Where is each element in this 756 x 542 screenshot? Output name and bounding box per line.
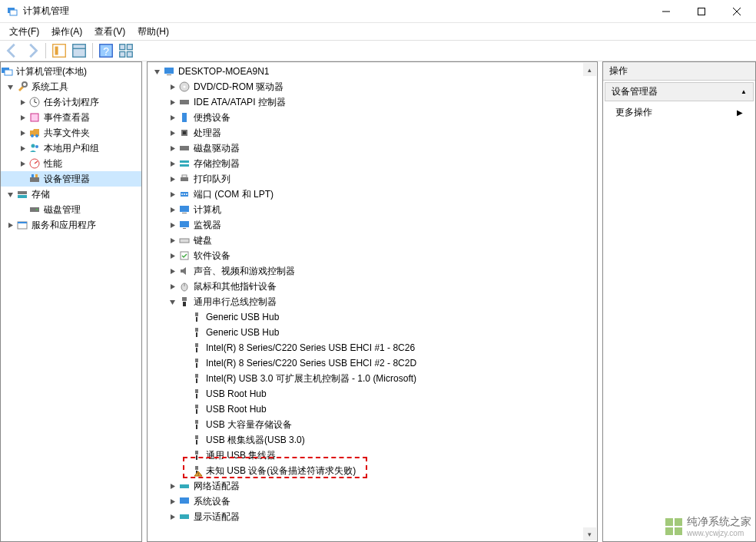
expand-icon[interactable] [166, 265, 178, 277]
navigation-tree[interactable]: 计算机管理(本地) 系统工具 任务计划程序 事件查看器 [1, 62, 141, 234]
expand-icon[interactable] [16, 142, 28, 154]
expand-icon[interactable] [166, 280, 178, 292]
device-item-usb-unknown[interactable]: !未知 USB 设备(设备描述符请求失败) [148, 463, 597, 478]
scroll-up-button[interactable]: ▴ [583, 63, 596, 76]
tree-node-task-scheduler[interactable]: 任务计划程序 [1, 94, 141, 110]
svg-rect-13 [127, 45, 132, 50]
device-category-mice[interactable]: 鼠标和其他指针设备 [148, 279, 597, 294]
device-item-usb[interactable]: USB 根集线器(USB 3.0) [148, 432, 597, 448]
expand-icon[interactable] [166, 219, 178, 231]
expand-icon[interactable] [166, 111, 178, 124]
device-item-usb[interactable]: USB Root Hub [148, 402, 597, 417]
view-button[interactable] [117, 42, 135, 59]
expand-icon[interactable] [166, 495, 178, 507]
expand-icon[interactable] [4, 81, 16, 93]
device-item-usb[interactable]: Generic USB Hub [148, 325, 597, 340]
close-button[interactable] [719, 0, 754, 23]
svg-rect-12 [120, 45, 125, 50]
expand-icon[interactable] [166, 203, 178, 216]
expand-icon[interactable] [16, 157, 28, 170]
device-item-usb[interactable]: 通用 USB 集线器 [148, 448, 597, 463]
forward-button[interactable] [23, 42, 41, 59]
device-category-ports[interactable]: 端口 (COM 和 LPT) [148, 187, 597, 202]
actions-more-actions[interactable]: 更多操作 ▶ [603, 103, 755, 122]
device-category-print-queues[interactable]: 打印队列 [148, 171, 597, 187]
properties-button[interactable] [70, 42, 88, 59]
device-item-usb[interactable]: Intel(R) 8 Series/C220 Series USB EHCI #… [148, 340, 597, 355]
tree-node-root[interactable]: 计算机管理(本地) [1, 64, 141, 79]
svg-rect-90 [180, 514, 189, 519]
device-category-disk-drives[interactable]: 磁盘驱动器 [148, 140, 597, 156]
expand-icon[interactable] [166, 96, 178, 108]
actions-section-header[interactable]: 设备管理器 ▲ [605, 82, 754, 101]
expand-icon[interactable] [16, 111, 28, 124]
expand-icon[interactable] [166, 250, 178, 262]
tree-node-event-viewer[interactable]: 事件查看器 [1, 110, 141, 125]
minimize-button[interactable] [648, 0, 684, 23]
svg-rect-82 [196, 440, 197, 445]
menu-help[interactable]: 帮助(H) [131, 24, 175, 40]
expand-icon[interactable] [4, 188, 16, 200]
usb-warning-icon: ! [191, 464, 203, 477]
tree-node-system-tools[interactable]: 系统工具 [1, 79, 141, 94]
device-category-processors[interactable]: 处理器 [148, 125, 597, 140]
collapse-icon[interactable] [166, 296, 178, 308]
computer-icon [178, 203, 191, 216]
tree-node-local-users[interactable]: 本地用户和组 [1, 140, 141, 156]
device-category-dvd[interactable]: DVD/CD-ROM 驱动器 [148, 79, 597, 94]
scroll-down-button[interactable]: ▾ [583, 527, 596, 540]
display-adapter-icon [178, 511, 191, 523]
navigation-tree-panel: 计算机管理(本地) 系统工具 任务计划程序 事件查看器 [0, 61, 142, 542]
device-category-software-devices[interactable]: 软件设备 [148, 248, 597, 263]
main-content: 计算机管理(本地) 系统工具 任务计划程序 事件查看器 [0, 61, 756, 542]
menu-view[interactable]: 查看(V) [88, 24, 131, 40]
tree-node-performance[interactable]: 性能 [1, 156, 141, 171]
device-category-usb-controllers[interactable]: 通用串行总线控制器 [148, 294, 597, 309]
device-category-monitors[interactable]: 监视器 [148, 217, 597, 233]
expand-icon[interactable] [166, 157, 178, 170]
expand-icon[interactable] [166, 127, 178, 139]
menu-action[interactable]: 操作(A) [45, 24, 88, 40]
tree-node-device-manager[interactable]: 设备管理器 [1, 171, 141, 187]
device-category-system[interactable]: 系统设备 [148, 494, 597, 509]
device-category-sound[interactable]: 声音、视频和游戏控制器 [148, 263, 597, 279]
device-category-storage-controllers[interactable]: 存储控制器 [148, 156, 597, 171]
expand-icon[interactable] [166, 188, 178, 200]
device-item-usb[interactable]: USB Root Hub [148, 386, 597, 402]
menu-file[interactable]: 文件(F) [3, 24, 45, 40]
svg-rect-89 [180, 497, 189, 504]
show-hide-tree-button[interactable] [50, 42, 68, 59]
device-category-network[interactable]: 网络适配器 [148, 478, 597, 494]
expand-icon[interactable] [166, 173, 178, 185]
expand-icon[interactable] [16, 127, 28, 139]
maximize-button[interactable] [684, 0, 719, 23]
expand-icon[interactable] [4, 219, 16, 231]
help-button[interactable]: ? [97, 42, 115, 59]
expand-icon[interactable] [151, 65, 163, 78]
device-item-usb[interactable]: Generic USB Hub [148, 309, 597, 325]
svg-rect-34 [30, 207, 39, 212]
back-button[interactable] [3, 42, 22, 59]
device-item-usb[interactable]: Intel(R) USB 3.0 可扩展主机控制器 - 1.0 (Microso… [148, 371, 597, 386]
expand-icon[interactable] [166, 511, 178, 523]
expand-icon[interactable] [166, 142, 178, 154]
device-node-computer[interactable]: DESKTOP-MOEA9N1 [148, 64, 597, 79]
tree-node-services-apps[interactable]: 服务和应用程序 [1, 217, 141, 233]
expand-icon[interactable] [166, 480, 178, 492]
device-tree[interactable]: DESKTOP-MOEA9N1 DVD/CD-ROM 驱动器 IDE ATA/A… [148, 62, 597, 526]
expand-icon[interactable] [16, 96, 28, 108]
device-category-keyboards[interactable]: 键盘 [148, 233, 597, 248]
tree-node-shared-folders[interactable]: 共享文件夹 [1, 125, 141, 140]
tree-node-disk-management[interactable]: 磁盘管理 [1, 202, 141, 217]
device-item-usb[interactable]: Intel(R) 8 Series/C220 Series USB EHCI #… [148, 355, 597, 371]
expand-icon[interactable] [166, 234, 178, 246]
device-item-usb[interactable]: USB 大容量存储设备 [148, 417, 597, 432]
device-category-display[interactable]: 显示适配器 [148, 509, 597, 524]
tree-node-storage[interactable]: 存储 [1, 187, 141, 202]
svg-rect-49 [181, 177, 188, 181]
device-category-ide[interactable]: IDE ATA/ATAPI 控制器 [148, 94, 597, 110]
expand-icon[interactable] [166, 81, 178, 93]
device-category-portable[interactable]: 便携设备 [148, 110, 597, 125]
device-category-computers[interactable]: 计算机 [148, 202, 597, 217]
svg-rect-8 [73, 45, 86, 58]
